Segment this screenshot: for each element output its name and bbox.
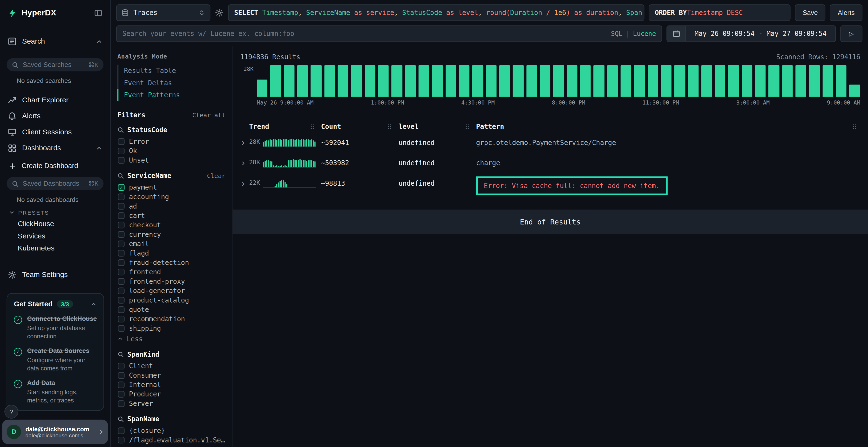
search-input[interactable] (122, 30, 607, 38)
checkbox[interactable] (118, 221, 125, 228)
preset-services[interactable]: Services (0, 230, 110, 242)
table-row[interactable]: 28K~592041undefinedgrpc.oteldemo.Payment… (240, 133, 860, 153)
checkbox[interactable]: ✓ (118, 184, 125, 191)
filter-option-error[interactable]: Error (117, 137, 225, 146)
date-range-picker[interactable]: May 26 09:09:54 - May 27 09:09:54 (666, 26, 836, 42)
saved-searches-input[interactable]: Saved Searches ⌘K (7, 58, 104, 71)
col-header-trend[interactable]: Trend (249, 123, 321, 131)
filter-option-server[interactable]: Server (117, 399, 225, 408)
create-dashboard-button[interactable]: Create Dashboard (0, 159, 110, 172)
table-row[interactable]: 28K~503982undefinedcharge (240, 153, 860, 174)
filter-option-flagd[interactable]: flagd (117, 248, 225, 258)
filter-option-product-catalog[interactable]: product-catalog (117, 295, 225, 305)
filter-option-email[interactable]: email (117, 239, 225, 248)
alerts-button[interactable]: Alerts (830, 4, 863, 21)
filter-option-quote[interactable]: quote (117, 305, 225, 314)
clear-filter-button[interactable]: Clear (207, 172, 225, 179)
filter-option-frontend[interactable]: frontend (117, 267, 225, 276)
filter-option-fraud-detection[interactable]: fraud-detection (117, 258, 225, 267)
filter-option-frontend-proxy[interactable]: frontend-proxy (117, 276, 225, 286)
clear-all-filters-button[interactable]: Clear all (192, 111, 225, 119)
filter-option-internal[interactable]: Internal (117, 380, 225, 389)
table-row[interactable]: 22K~98813undefinedError: Visa cache full… (240, 174, 860, 202)
checkbox[interactable] (118, 147, 125, 154)
checkbox[interactable] (118, 437, 125, 443)
checkbox[interactable] (118, 269, 125, 275)
nav-item-team-settings[interactable]: Team Settings (0, 267, 110, 283)
row-expand-chevron[interactable] (240, 161, 246, 166)
analysis-mode-event-deltas[interactable]: Event Deltas (117, 77, 225, 89)
checkbox[interactable] (118, 372, 125, 379)
checkbox[interactable] (118, 315, 125, 322)
col-header-level[interactable]: level (399, 123, 476, 131)
filter-option-recommendation[interactable]: recommendation (117, 314, 225, 323)
filter-option-producer[interactable]: Producer (117, 389, 225, 399)
sidebar-collapse-icon[interactable] (94, 9, 102, 17)
filter-option-shipping[interactable]: shipping (117, 323, 225, 333)
checkbox[interactable] (118, 363, 125, 369)
checkbox[interactable] (118, 306, 125, 313)
filter-option-load-generator[interactable]: load-generator (117, 286, 225, 295)
filter-option-payment[interactable]: ✓payment (117, 182, 225, 192)
checkbox[interactable] (118, 297, 125, 304)
filter-option-cart[interactable]: cart (117, 211, 225, 220)
checkbox[interactable] (118, 250, 125, 256)
filter-option-currency[interactable]: currency (117, 230, 225, 239)
checkbox[interactable] (118, 203, 125, 209)
analysis-mode-event-patterns[interactable]: Event Patterns (117, 89, 225, 101)
row-expand-chevron[interactable] (240, 140, 246, 146)
checkbox[interactable] (118, 400, 125, 407)
checkbox[interactable] (118, 231, 125, 238)
event-search-field[interactable]: SQL | Lucene (116, 26, 662, 42)
preset-clickhouse[interactable]: ClickHouse (0, 218, 110, 230)
source-settings-button[interactable] (215, 8, 224, 17)
nav-item-chart-explorer[interactable]: Chart Explorer (0, 92, 110, 108)
column-drag-handle-icon[interactable] (851, 123, 858, 130)
get-started-header[interactable]: Get Started 3/3 (14, 300, 97, 308)
checkbox[interactable] (118, 427, 125, 434)
user-menu[interactable]: D dale@clickhouse.com dale@clickhouse.co… (2, 420, 108, 444)
checkbox[interactable] (118, 212, 125, 219)
nav-item-search[interactable]: Search (0, 33, 110, 49)
filter-option-flagd-evaluation-v1-se[interactable]: /flagd.evaluation.v1.Se… (117, 435, 225, 445)
column-drag-handle-icon[interactable] (464, 123, 471, 130)
source-select[interactable]: Traces (116, 4, 210, 21)
filter-option-accounting[interactable]: accounting (117, 192, 225, 201)
checkbox[interactable] (118, 157, 125, 164)
chevron-up-icon[interactable] (96, 38, 102, 44)
row-expand-chevron[interactable] (240, 181, 246, 187)
checkbox[interactable] (118, 391, 125, 398)
checkbox[interactable] (118, 240, 125, 247)
filter-option-consumer[interactable]: Consumer (117, 370, 225, 380)
nav-item-alerts[interactable]: Alerts (0, 108, 110, 124)
checkbox[interactable] (118, 193, 125, 200)
events-histogram[interactable]: 28K (240, 65, 860, 97)
show-less-button[interactable]: Less (117, 334, 225, 343)
filter-option-ad[interactable]: ad (117, 201, 225, 211)
filter-option-unset[interactable]: Unset (117, 156, 225, 165)
order-by-editor[interactable]: ORDER BY Timestamp DESC (649, 4, 790, 21)
analysis-mode-results-table[interactable]: Results Table (117, 65, 225, 77)
nav-item-client-sessions[interactable]: Client Sessions (0, 124, 110, 140)
run-query-button[interactable]: ▷ (840, 26, 863, 42)
save-button[interactable]: Save (795, 4, 826, 21)
checkbox[interactable] (118, 259, 125, 266)
sql-select-editor[interactable]: SELECT Timestamp, ServiceName as service… (228, 4, 644, 21)
col-header-count[interactable]: Count (321, 123, 399, 131)
lucene-mode-toggle[interactable]: Lucene (633, 30, 656, 38)
column-drag-handle-icon[interactable] (309, 123, 316, 130)
filter-option-checkout[interactable]: checkout (117, 220, 225, 230)
checkbox[interactable] (118, 381, 125, 388)
preset-kubernetes[interactable]: Kubernetes (0, 242, 110, 254)
filter-option-closure[interactable]: {closure} (117, 426, 225, 435)
nav-item-dashboards[interactable]: Dashboards (0, 140, 110, 156)
sql-mode-toggle[interactable]: SQL (611, 30, 623, 38)
presets-toggle[interactable]: PRESETS (9, 209, 110, 215)
help-button[interactable]: ? (4, 405, 18, 419)
saved-dashboards-input[interactable]: Saved Dashboards ⌘K (7, 177, 104, 190)
checkbox[interactable] (118, 325, 125, 332)
chevron-up-icon[interactable] (90, 301, 97, 307)
filter-option-client[interactable]: Client (117, 361, 225, 370)
col-header-pattern[interactable]: Pattern (476, 123, 851, 131)
checkbox[interactable] (118, 278, 125, 285)
